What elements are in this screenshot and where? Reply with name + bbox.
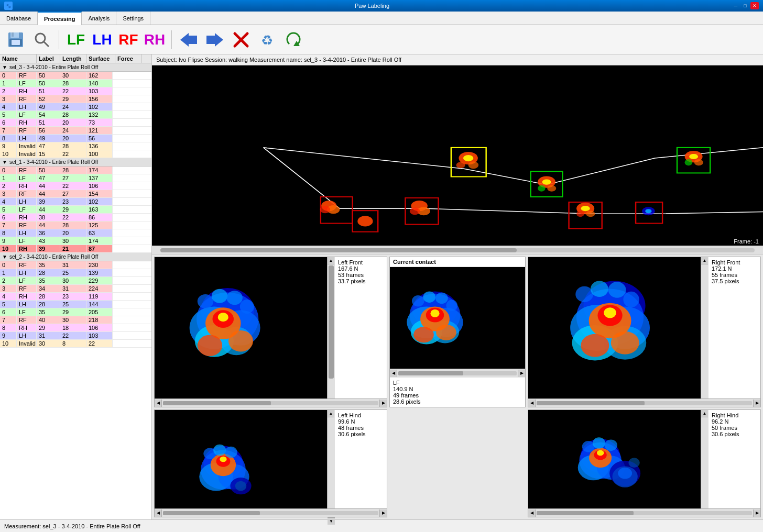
lh-button[interactable]: LH bbox=[91, 28, 114, 51]
table-cell: LH bbox=[17, 198, 37, 205]
right-hind-hscroll[interactable]: ◀ ▶ bbox=[528, 508, 760, 517]
table-row[interactable]: 10Invalid30822 bbox=[0, 340, 151, 348]
table-row[interactable]: 3RF3431224 bbox=[0, 285, 151, 293]
table-cell: 28 bbox=[60, 142, 86, 150]
table-cell: RH bbox=[17, 87, 37, 95]
tab-processing[interactable]: Processing bbox=[38, 12, 82, 25]
table-row[interactable]: 4LH3923102 bbox=[0, 198, 151, 206]
table-row[interactable]: 6RH382286 bbox=[0, 214, 151, 221]
table-row[interactable]: 5LF5428132 bbox=[0, 111, 151, 119]
table-cell: RH bbox=[17, 119, 37, 126]
table-header: Name Label Length Surface Force bbox=[0, 54, 151, 63]
left-front-info: Left Front 167.6 N 53 frames 33.7 pixels bbox=[334, 257, 387, 398]
table-row[interactable]: 0RF5030162 bbox=[0, 72, 151, 80]
table-row[interactable]: 6RH512073 bbox=[0, 119, 151, 127]
left-hind-title: Left Hind bbox=[338, 412, 384, 418]
table-row[interactable]: 10RH392187 bbox=[0, 245, 151, 253]
minimize-button[interactable]: ─ bbox=[732, 2, 740, 9]
right-front-hscroll[interactable]: ◀ ▶ bbox=[528, 398, 760, 407]
table-row[interactable]: 7RF4030218 bbox=[0, 316, 151, 324]
visualization-wrapper: Frame: -1 bbox=[152, 65, 763, 254]
save-button[interactable] bbox=[4, 28, 27, 51]
tab-settings[interactable]: Settings bbox=[116, 12, 150, 25]
right-hind-vscroll[interactable]: ▲ bbox=[701, 410, 708, 508]
table-row[interactable]: 7RF5624121 bbox=[0, 127, 151, 135]
left-front-vscroll[interactable]: ▲ ▼ bbox=[327, 257, 334, 398]
left-front-title: Left Front bbox=[338, 259, 384, 265]
table-row[interactable]: 5LF4429163 bbox=[0, 206, 151, 214]
rh-button[interactable]: RH bbox=[143, 28, 166, 51]
table-cell: 8 bbox=[0, 229, 17, 237]
table-cell: RH bbox=[17, 324, 37, 331]
table-cell: 9 bbox=[0, 142, 17, 150]
group-header[interactable]: ▼ sel_2 - 3-4-2010 - Entire Plate Roll O… bbox=[0, 253, 151, 261]
svg-point-29 bbox=[694, 159, 703, 165]
maximize-button[interactable]: □ bbox=[741, 2, 749, 9]
rf-button[interactable]: RF bbox=[117, 28, 140, 51]
data-table-panel[interactable]: Name Label Length Surface Force ▼ sel_3 … bbox=[0, 54, 152, 519]
table-row[interactable]: 9LH3122103 bbox=[0, 332, 151, 340]
left-hind-panel: ▲ Left Hind 99.6 N 48 frames 30.6 pixels… bbox=[154, 409, 387, 517]
lf-button[interactable]: LF bbox=[64, 28, 88, 51]
viz-hscrollbar[interactable] bbox=[152, 246, 763, 254]
table-row[interactable]: 3RF4427154 bbox=[0, 190, 151, 198]
delete-button[interactable] bbox=[230, 28, 253, 51]
left-front-force: 167.6 N bbox=[338, 265, 384, 272]
table-row[interactable]: 0RF3531230 bbox=[0, 261, 151, 269]
table-row[interactable]: 8RH2918106 bbox=[0, 324, 151, 332]
left-hind-hscroll[interactable]: ◀ ▶ bbox=[155, 508, 387, 517]
table-row[interactable]: 0RF5028174 bbox=[0, 167, 151, 174]
group-header[interactable]: ▼ sel_3 - 3-4-2010 - Entire Plate Roll O… bbox=[0, 63, 151, 72]
table-row[interactable]: 6LF3529205 bbox=[0, 308, 151, 316]
table-cell: 30 bbox=[60, 72, 86, 79]
recycle-button[interactable]: ♻ bbox=[256, 28, 279, 51]
table-cell: 54 bbox=[37, 111, 60, 118]
svg-point-23 bbox=[542, 180, 551, 185]
left-hind-pixels: 30.6 pixels bbox=[338, 431, 384, 437]
table-row[interactable]: 2LF3530229 bbox=[0, 277, 151, 285]
search-button[interactable] bbox=[30, 28, 53, 51]
table-row[interactable]: 4LH4924102 bbox=[0, 103, 151, 111]
table-cell: 31 bbox=[60, 285, 86, 292]
table-row[interactable]: 9Invalid4728136 bbox=[0, 142, 151, 150]
table-row[interactable]: 8LH492056 bbox=[0, 135, 151, 142]
close-button[interactable]: ✕ bbox=[750, 2, 759, 9]
tab-analysis[interactable]: Analysis bbox=[82, 12, 116, 25]
left-front-hscroll[interactable]: ◀ ▶ bbox=[155, 398, 387, 407]
window-title: Paw Labeling bbox=[13, 3, 732, 9]
table-cell: 137 bbox=[86, 174, 113, 182]
table-row[interactable]: 2RH4422106 bbox=[0, 182, 151, 190]
table-row[interactable]: 1LF5028140 bbox=[0, 80, 151, 87]
table-cell: 5 bbox=[0, 206, 17, 213]
svg-point-74 bbox=[227, 291, 243, 305]
tab-database[interactable]: Database bbox=[0, 12, 38, 25]
table-row[interactable]: 1LH2825139 bbox=[0, 269, 151, 277]
forward-button[interactable] bbox=[203, 28, 226, 51]
table-cell: 103 bbox=[86, 332, 113, 339]
table-cell: 63 bbox=[86, 229, 113, 237]
table-row[interactable]: 7RF4428125 bbox=[0, 221, 151, 229]
col-name: Name bbox=[0, 54, 37, 63]
redo-button[interactable] bbox=[282, 28, 305, 51]
table-row[interactable]: 5LH2825144 bbox=[0, 301, 151, 308]
table-cell: RF bbox=[17, 285, 37, 292]
table-row[interactable]: 4RH2823119 bbox=[0, 293, 151, 301]
group-header[interactable]: ▼ sel_1 - 3-4-2010 - Entire Plate Roll O… bbox=[0, 158, 151, 167]
table-row[interactable]: 2RH5122103 bbox=[0, 87, 151, 95]
table-row[interactable]: 1LF4727137 bbox=[0, 174, 151, 182]
window-controls[interactable]: ─ □ ✕ bbox=[732, 2, 759, 9]
right-front-vscroll[interactable]: ▲ bbox=[701, 257, 708, 398]
table-cell: 22 bbox=[60, 332, 86, 339]
table-row[interactable]: 9LF4330174 bbox=[0, 237, 151, 245]
table-cell: RH bbox=[17, 182, 37, 190]
table-row[interactable]: 3RF5229156 bbox=[0, 95, 151, 103]
table-cell: 10 bbox=[0, 340, 17, 347]
left-hind-vscroll[interactable]: ▲ bbox=[327, 410, 334, 508]
table-row[interactable]: 10Invalid1522100 bbox=[0, 150, 151, 158]
table-cell: 44 bbox=[37, 190, 60, 197]
table-row[interactable]: 8LH362063 bbox=[0, 229, 151, 237]
table-cell: 1 bbox=[0, 269, 17, 276]
visualization-area[interactable]: Frame: -1 bbox=[152, 65, 763, 246]
contact-hscroll[interactable]: ◀ ▶ bbox=[390, 369, 525, 377]
back-button[interactable] bbox=[177, 28, 200, 51]
